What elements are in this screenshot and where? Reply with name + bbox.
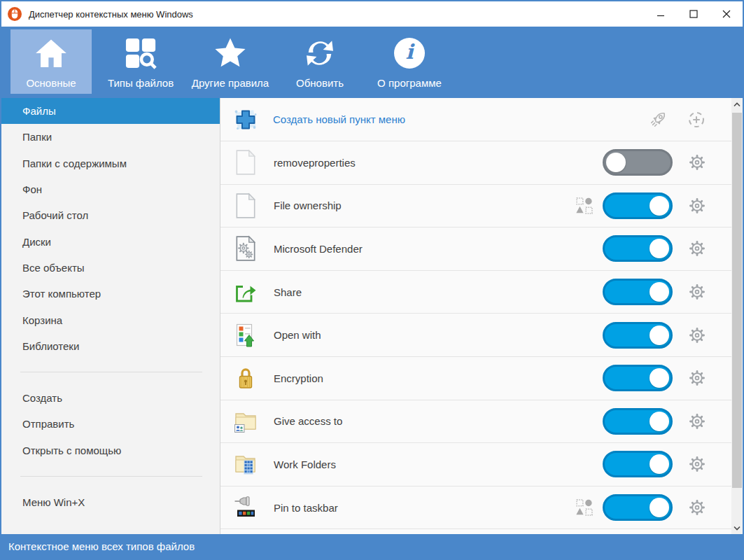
settings-gear-icon[interactable] — [688, 283, 706, 301]
enable-toggle[interactable] — [603, 408, 673, 435]
enable-toggle[interactable] — [603, 365, 673, 391]
shapes-badge-icon — [576, 499, 593, 516]
sidebar-item-winx-menu[interactable]: Меню Win+X — [1, 489, 220, 515]
scrollbar-thumb[interactable] — [732, 113, 742, 488]
enable-toggle[interactable] — [603, 451, 673, 477]
close-button[interactable] — [710, 1, 743, 27]
title-bar: Диспетчер контекстных меню Windows — [1, 1, 743, 27]
toolbar-label: О программе — [377, 77, 442, 90]
document-gears-icon — [232, 235, 259, 262]
sidebar-item-desktop[interactable]: Рабочий стол — [1, 202, 220, 228]
sidebar-item-send-to[interactable]: Отправить — [1, 411, 220, 437]
sidebar-item-folders[interactable]: Папки — [1, 124, 220, 150]
settings-gear-icon[interactable] — [688, 239, 706, 258]
chevron-down-icon — [734, 526, 741, 531]
close-icon — [722, 10, 731, 18]
menu-items-list: Создать новый пункт меню — [220, 98, 731, 534]
enable-toggle[interactable] — [603, 494, 673, 521]
file-types-icon — [125, 29, 157, 77]
sidebar-item-this-pc[interactable]: Этот компьютер — [1, 281, 220, 307]
menu-item-label: File ownership — [274, 200, 576, 211]
sidebar-item-drives[interactable]: Диски — [1, 228, 220, 254]
toolbar-button-other-rules[interactable]: Другие правила — [190, 29, 271, 94]
main-area: Файлы Папки Папки с содержимым Фон Рабоч… — [1, 98, 743, 534]
folder-users-icon — [232, 409, 259, 434]
document-icon — [232, 149, 259, 176]
info-icon: i — [394, 29, 425, 77]
window-controls — [644, 1, 743, 27]
menu-item-label: Work Folders — [274, 458, 603, 470]
sidebar-item-open-with[interactable]: Открыть с помощью — [1, 438, 220, 463]
settings-gear-icon[interactable] — [688, 455, 706, 473]
create-new-row: Создать новый пункт меню — [220, 98, 731, 141]
settings-gear-icon[interactable] — [688, 369, 706, 387]
lock-icon — [232, 365, 259, 391]
scroll-up-button[interactable] — [731, 98, 743, 111]
maximize-icon — [689, 10, 698, 18]
toolbar-button-file-types[interactable]: Типы файлов — [100, 29, 181, 94]
minimize-icon — [657, 10, 665, 18]
vertical-scrollbar[interactable] — [731, 98, 743, 534]
settings-gear-icon[interactable] — [688, 153, 706, 172]
sidebar-item-folders-with-content[interactable]: Папки с содержимым — [1, 150, 220, 176]
open-with-icon — [232, 323, 259, 347]
maximize-button[interactable] — [677, 1, 710, 27]
share-icon — [232, 280, 259, 304]
status-bar: Контекстное меню всех типов файлов — [1, 534, 743, 559]
menu-item-label: Give access to — [274, 415, 603, 427]
sidebar-item-all-objects[interactable]: Все объекты — [1, 255, 220, 281]
menu-item-label: Share — [274, 286, 603, 298]
folder-building-icon — [232, 451, 259, 477]
toolbar-button-refresh[interactable]: Обновить — [279, 29, 360, 94]
enable-toggle[interactable] — [603, 235, 673, 262]
sidebar-item-background[interactable]: Фон — [1, 176, 220, 202]
menu-item-row: Microsoft Defender — [220, 227, 731, 271]
rocket-icon — [647, 109, 668, 130]
sidebar-item-new[interactable]: Создать — [1, 385, 220, 411]
menu-item-label: Pin to taskbar — [274, 502, 576, 514]
menu-item-row: Share — [220, 271, 731, 314]
enable-toggle[interactable] — [603, 192, 673, 219]
rocket-button[interactable] — [647, 109, 668, 130]
settings-gear-icon[interactable] — [688, 326, 706, 344]
settings-gear-icon[interactable] — [688, 498, 706, 517]
sidebar-divider — [1, 463, 220, 489]
star-icon — [213, 29, 247, 77]
home-icon — [35, 29, 67, 77]
menu-item-row: Pin to taskbar — [220, 486, 731, 530]
toolbar-button-about[interactable]: i О программе — [369, 29, 450, 94]
crosshair-plus-icon — [687, 110, 706, 130]
refresh-icon — [304, 29, 336, 77]
create-new-menu-item-link[interactable]: Создать новый пункт меню — [273, 113, 647, 125]
app-mouse-icon — [8, 7, 22, 21]
pin-taskbar-icon — [232, 495, 259, 520]
menu-item-label: removeproperties — [274, 157, 603, 169]
menu-item-label: Open with — [274, 329, 603, 341]
toolbar-label: Типы файлов — [108, 77, 174, 90]
settings-gear-icon[interactable] — [688, 412, 706, 430]
toolbar-label: Основные — [26, 77, 76, 90]
add-plus-icon[interactable] — [232, 106, 259, 133]
enable-toggle[interactable] — [603, 322, 673, 349]
enable-toggle[interactable] — [603, 279, 673, 305]
app-window: Диспетчер контекстных меню Windows Основ… — [0, 0, 744, 560]
menu-item-row: Encryption — [220, 357, 731, 400]
menu-item-row: Open with — [220, 314, 731, 357]
chevron-up-icon — [734, 102, 741, 107]
menu-item-row: File ownership — [220, 185, 731, 228]
main-toolbar: Основные Типы файлов — [1, 27, 743, 98]
minimize-button[interactable] — [644, 1, 677, 27]
toolbar-label: Другие правила — [192, 77, 269, 90]
window-title: Диспетчер контекстных меню Windows — [29, 9, 644, 20]
enable-toggle[interactable] — [603, 149, 673, 176]
sidebar-item-recycle-bin[interactable]: Корзина — [1, 307, 220, 332]
settings-gear-icon[interactable] — [688, 197, 706, 215]
menu-item-row: Work Folders — [220, 443, 731, 486]
sidebar-item-libraries[interactable]: Библиотеки — [1, 333, 220, 359]
toolbar-button-main[interactable]: Основные — [10, 29, 92, 94]
menu-item-label: Microsoft Defender — [274, 243, 603, 255]
shapes-badge-icon — [576, 197, 593, 214]
scroll-down-button[interactable] — [731, 522, 743, 534]
sidebar-item-files[interactable]: Файлы — [1, 98, 220, 124]
locate-target-button[interactable] — [687, 110, 706, 130]
